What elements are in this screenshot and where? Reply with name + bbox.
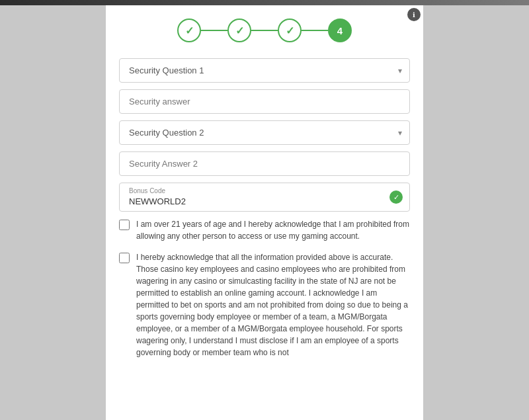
step-3-checkmark: ✓ (286, 24, 294, 37)
security-answer-1-group (119, 89, 410, 114)
left-panel (0, 5, 106, 420)
security-question-2-select[interactable]: Security Question 2 What is your mother'… (119, 120, 410, 145)
security-answer-2-input[interactable] (119, 151, 410, 176)
step-1-checkmark: ✓ (185, 24, 194, 37)
security-answer-1-input[interactable] (119, 89, 410, 114)
bonus-code-group: Bonus Code NEWWORLD2 ✓ (119, 183, 410, 212)
security-question-1-select[interactable]: Security Question 1 What is your mother'… (119, 58, 410, 83)
step-4: 4 (328, 19, 352, 42)
info-confirm-group: I hereby acknowledge that all the inform… (119, 251, 410, 358)
security-question-1-group: Security Question 1 What is your mother'… (119, 58, 410, 83)
right-panel (423, 5, 529, 420)
info-confirm-label: I hereby acknowledge that all the inform… (136, 251, 410, 358)
main-content: ℹ ✓ ✓ ✓ 4 Security Question 1 What is yo… (106, 5, 423, 420)
age-confirm-group: I am over 21 years of age and I hereby a… (119, 218, 410, 242)
age-confirm-label: I am over 21 years of age and I hereby a… (136, 218, 410, 242)
step-3: ✓ (278, 19, 302, 42)
info-icon[interactable]: ℹ (407, 8, 421, 21)
steps-container: ✓ ✓ ✓ 4 (119, 19, 410, 42)
bonus-code-box: Bonus Code NEWWORLD2 ✓ (119, 183, 410, 212)
step-2: ✓ (227, 19, 251, 42)
age-confirm-checkbox[interactable] (119, 220, 130, 230)
step-line-2 (251, 30, 278, 31)
security-question-2-group: Security Question 2 What is your mother'… (119, 120, 410, 145)
top-bar (0, 0, 529, 5)
bonus-code-valid-icon: ✓ (389, 190, 403, 204)
security-answer-2-group (119, 151, 410, 176)
step-line-1 (201, 30, 227, 31)
step-1: ✓ (177, 19, 201, 42)
security-question-2-wrapper: Security Question 2 What is your mother'… (119, 120, 410, 145)
step-4-number: 4 (337, 25, 343, 36)
bonus-code-value: NEWWORLD2 (129, 196, 186, 206)
step-line-3 (302, 30, 328, 31)
info-confirm-checkbox[interactable] (119, 253, 130, 263)
bonus-code-label: Bonus Code (129, 187, 386, 195)
security-question-1-wrapper: Security Question 1 What is your mother'… (119, 58, 410, 83)
step-2-checkmark: ✓ (235, 24, 244, 37)
